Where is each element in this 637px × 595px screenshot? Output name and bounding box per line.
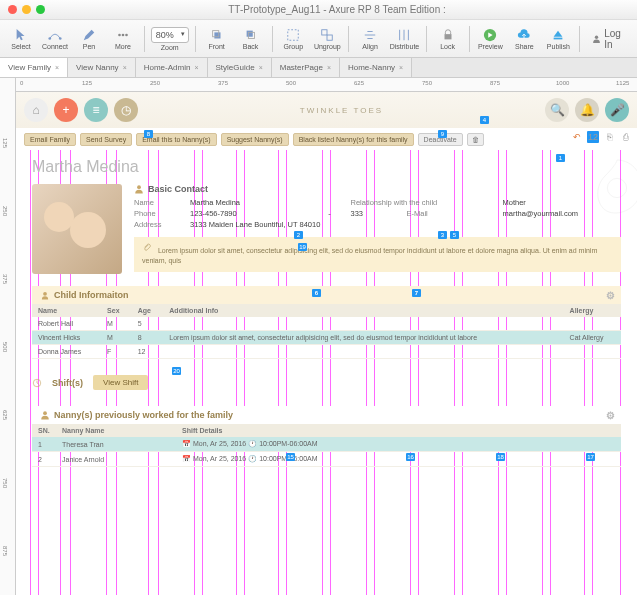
svg-rect-7 xyxy=(246,31,252,37)
horizontal-ruler: 0 125 250 375 500 625 750 875 1000 1125 xyxy=(16,78,637,92)
table-row[interactable]: Vincent HicksM8Lorem ipsum dolor sit ame… xyxy=(32,331,621,345)
publish-tool[interactable]: Publish xyxy=(543,25,573,52)
cursor-icon xyxy=(14,28,28,42)
select-tool[interactable]: Select xyxy=(6,25,36,52)
clock-button[interactable]: ◷ xyxy=(114,98,138,122)
lock-icon xyxy=(441,28,455,42)
connect-icon xyxy=(48,28,62,42)
anno-badge: 17 xyxy=(586,453,595,461)
svg-point-18 xyxy=(43,292,47,296)
table-row[interactable]: Robert HallM5 xyxy=(32,317,621,331)
addr-label: Address xyxy=(134,220,184,229)
addr-value: 3133 Maiden Lane Bountiful, UT 84010 xyxy=(190,220,621,229)
more-tool[interactable]: More xyxy=(108,25,138,52)
close-icon[interactable]: × xyxy=(327,64,331,71)
phone-label: Phone xyxy=(134,209,184,218)
svg-rect-10 xyxy=(322,30,327,35)
shift-icon xyxy=(32,378,42,388)
table-row[interactable]: Donna JamesF12 xyxy=(32,345,621,359)
distribute-icon xyxy=(397,28,411,42)
user-icon xyxy=(592,33,601,45)
lock-tool[interactable]: Lock xyxy=(433,25,463,52)
col-name: Name xyxy=(32,304,101,317)
prev-nanny-heading: Nanny(s) previously worked for the famil… xyxy=(32,406,621,424)
nanny-icon xyxy=(40,410,50,420)
close-icon[interactable]: × xyxy=(55,64,59,71)
anno-badge: 15 xyxy=(286,453,295,461)
delete-button[interactable]: 🗑 xyxy=(467,133,484,146)
back-tool[interactable]: Back xyxy=(236,25,266,52)
svg-point-0 xyxy=(48,37,51,40)
design-canvas[interactable]: ⌂ + ≡ ◷ TWINKLE TOES 🔍 🔔 🎤 4 Email Famil… xyxy=(16,92,637,595)
zoom-label: Zoom xyxy=(161,44,179,51)
login-button[interactable]: Log In xyxy=(586,25,631,53)
back-icon xyxy=(244,28,258,42)
connect-tool[interactable]: Connect xyxy=(40,25,70,52)
zoom-window[interactable] xyxy=(36,5,45,14)
close-window[interactable] xyxy=(8,5,17,14)
anno-badge: 1 xyxy=(556,154,565,162)
group-tool[interactable]: Group xyxy=(278,25,308,52)
tab-home-nanny[interactable]: Home-Nanny× xyxy=(340,58,412,77)
send-survey-button[interactable]: Send Survey xyxy=(80,133,132,146)
rel-label: Relationship with the child xyxy=(351,198,497,207)
email-family-button[interactable]: Email Family xyxy=(24,133,76,146)
anno-badge: 19 xyxy=(298,243,307,251)
minimize-window[interactable] xyxy=(22,5,31,14)
publish-icon xyxy=(551,28,565,42)
table-row[interactable]: 2 Janice Arnold 📅 Mon, Ar 25, 2016 🕐 10:… xyxy=(32,452,621,467)
copy-icon[interactable]: ⎘ xyxy=(603,131,615,143)
tab-masterpage[interactable]: MasterPage× xyxy=(272,58,340,77)
anno-badge: 5 xyxy=(450,231,459,239)
anno-badge: 7 xyxy=(412,289,421,297)
play-icon xyxy=(483,28,497,42)
close-icon[interactable]: × xyxy=(399,64,403,71)
anno-badge: 20 xyxy=(172,367,181,375)
ungroup-tool[interactable]: Ungroup xyxy=(312,25,342,52)
gear-icon[interactable]: ⚙ xyxy=(606,290,615,301)
name-value: Martha Medina xyxy=(190,198,309,207)
view-shift-button[interactable]: View Shift xyxy=(93,375,148,390)
front-tool[interactable]: Front xyxy=(202,25,232,52)
document-tabs: View Family× View Nanny× Home-Admin× Sty… xyxy=(0,58,637,78)
distribute-tool[interactable]: Distribute xyxy=(389,25,420,52)
close-icon[interactable]: × xyxy=(123,64,127,71)
undo-icon[interactable]: ↶ xyxy=(571,131,583,143)
pen-tool[interactable]: Pen xyxy=(74,25,104,52)
svg-point-15 xyxy=(595,35,598,38)
close-icon[interactable]: × xyxy=(194,64,198,71)
print-icon[interactable]: ⎙ xyxy=(619,131,631,143)
rel-value: Mother xyxy=(503,198,622,207)
close-icon[interactable]: × xyxy=(259,64,263,71)
tab-view-nanny[interactable]: View Nanny× xyxy=(68,58,136,77)
list-button[interactable]: ≡ xyxy=(84,98,108,122)
home-button[interactable]: ⌂ xyxy=(24,98,48,122)
table-row[interactable]: 1 Theresa Tran 📅 Mon, Ar 25, 2016 🕐 10:0… xyxy=(32,437,621,452)
add-button[interactable]: + xyxy=(54,98,78,122)
share-tool[interactable]: Share xyxy=(509,25,539,52)
mic-button[interactable]: 🎤 xyxy=(605,98,629,122)
svg-rect-5 xyxy=(214,32,220,38)
note-block: Lorem ipsum dolor sit amet, consectetur … xyxy=(134,237,621,272)
col-shift-details: Shift Details xyxy=(176,424,621,437)
anno-badge: 18 xyxy=(496,453,505,461)
tab-home-admin[interactable]: Home-Admin× xyxy=(136,58,208,77)
bell-button[interactable]: 🔔 xyxy=(575,98,599,122)
anno-badge: 3 xyxy=(438,231,447,239)
child-info-heading: Child Informaiton 6 7 ⚙ xyxy=(32,286,621,304)
search-button[interactable]: 🔍 xyxy=(545,98,569,122)
suggest-nanny-button[interactable]: Suggest Nanny(s) xyxy=(221,133,289,146)
anno-badge: 6 xyxy=(312,289,321,297)
tab-view-family[interactable]: View Family× xyxy=(0,58,68,77)
anno-badge: 12 xyxy=(587,131,599,143)
gear-icon[interactable]: ⚙ xyxy=(606,410,615,421)
tab-styleguide[interactable]: StyleGuide× xyxy=(208,58,272,77)
preview-tool[interactable]: Preview xyxy=(475,25,505,52)
front-icon xyxy=(210,28,224,42)
children-table: Name Sex Age Additional Info Allergy Rob… xyxy=(32,304,621,359)
blacklist-button[interactable]: Black listed Nanny(s) for this family xyxy=(293,133,414,146)
zoom-select[interactable]: 80% xyxy=(151,27,189,43)
align-tool[interactable]: Align xyxy=(355,25,385,52)
col-sn: SN. xyxy=(32,424,56,437)
col-allergy: Allergy xyxy=(564,304,621,317)
